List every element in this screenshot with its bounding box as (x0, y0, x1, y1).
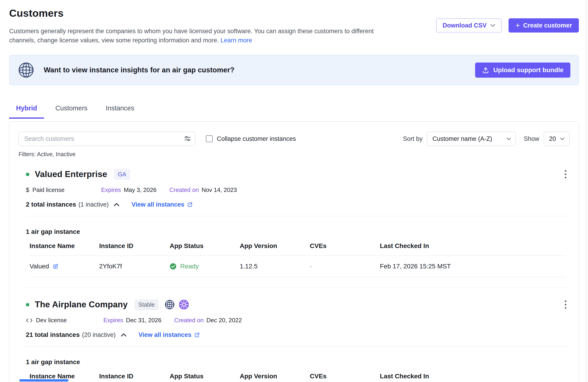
plus-icon: + (515, 21, 520, 29)
customer-header: Valued Enterprise GA (26, 169, 569, 180)
page-header-text: Customers Customers generally represent … (9, 7, 436, 45)
customer-name[interactable]: Valued Enterprise (35, 170, 107, 179)
license-row: $ Paid license Expires May 3, 2026 Creat… (26, 186, 569, 193)
last-checked-in-cell: Feb 17, 2026 15:25 MST (380, 263, 566, 270)
expires-label: Expires (101, 186, 121, 193)
airgap-globe-icon (164, 299, 175, 310)
customer-name[interactable]: The Airplane Company (35, 300, 128, 309)
search-wrapper (19, 132, 195, 146)
view-all-instances-link[interactable]: View all instances (131, 201, 193, 208)
show-label: Show (524, 135, 539, 143)
download-csv-button[interactable]: Download CSV (436, 18, 502, 33)
chevron-down-icon (560, 137, 565, 140)
col-app-version: App Version (240, 373, 310, 380)
col-app-status: App Status (170, 242, 240, 250)
upload-support-bundle-button[interactable]: Upload support bundle (475, 63, 570, 78)
inactive-instances-note: (20 inactive) (82, 331, 116, 339)
chevron-down-icon (490, 24, 495, 27)
col-last-checked-in: Last Checked In (380, 242, 566, 250)
created-on-label: Created on (169, 186, 199, 193)
instance-name: Valued (30, 263, 49, 270)
view-all-instances-link[interactable]: View all instances (139, 331, 200, 339)
col-app-version: App Version (240, 242, 310, 250)
col-instance-name: Instance Name (30, 373, 99, 380)
collapse-instances-control: Collapse customer instances (206, 135, 296, 143)
page-description-text: Customers generally represent the compan… (9, 28, 374, 44)
license-type: $ Paid license (26, 186, 64, 193)
tab-instances[interactable]: Instances (99, 105, 141, 119)
app-version-cell: 1.12.5 (240, 263, 310, 270)
chevron-down-icon (506, 137, 511, 140)
header-actions: Download CSV + Create customer (436, 18, 579, 33)
download-csv-label: Download CSV (442, 22, 486, 29)
instances-table: Instance Name Instance ID App Status App… (30, 373, 566, 382)
show-count-value: 20 (549, 135, 556, 143)
app-status-cell: Ready (170, 263, 240, 270)
collapse-chevron-up-icon[interactable] (120, 332, 127, 338)
license-type-label: Dev license (36, 317, 67, 324)
tab-bar: Hybrid Customers Instances (9, 105, 579, 119)
channel-badge: Stable (135, 299, 159, 310)
kebab-menu-button[interactable] (563, 299, 568, 310)
cves-cell: - (310, 263, 380, 270)
created-date: Nov 14, 2023 (202, 186, 237, 193)
collapse-instances-checkbox[interactable] (206, 135, 213, 142)
sort-by-select[interactable]: Customer name (A-Z) (427, 132, 516, 146)
instances-summary-row: 2 total instances (1 inactive) View all … (26, 201, 569, 208)
create-customer-label: Create customer (523, 22, 572, 29)
edit-instance-name-icon[interactable] (53, 263, 59, 269)
active-filters-line: Filters: Active, Inactive (19, 151, 569, 158)
license-type-label: Paid license (32, 186, 64, 193)
collapse-chevron-up-icon[interactable] (113, 202, 120, 208)
expires-date: May 3, 2026 (124, 186, 156, 193)
embedded-cluster-icon (179, 299, 189, 310)
vertical-scrollbar-track[interactable] (585, 0, 588, 382)
col-cves: CVEs (310, 373, 380, 380)
col-instance-name: Instance Name (30, 242, 99, 250)
view-all-instances-label: View all instances (139, 331, 191, 339)
total-instances: 2 total instances (26, 201, 76, 208)
instance-id-cell: 2YfoK7f (99, 263, 170, 270)
airgap-globe-icon (18, 62, 35, 79)
expires-group: Expires Dec 31, 2026 (103, 317, 161, 324)
dollar-icon: $ (26, 186, 29, 193)
created-on-label: Created on (174, 317, 204, 324)
filter-sliders-icon[interactable] (184, 135, 191, 142)
create-customer-button[interactable]: + Create customer (508, 18, 579, 33)
toolbar-right: Sort by Customer name (A-Z) Show 20 (403, 132, 569, 146)
tab-hybrid[interactable]: Hybrid (9, 105, 44, 119)
airgap-instances-heading: 1 air gap instance (26, 228, 569, 235)
expires-label: Expires (103, 317, 123, 324)
learn-more-link[interactable]: Learn more (220, 37, 252, 44)
table-row: Valued 2YfoK7f Ready (30, 256, 566, 277)
instances-table: Instance Name Instance ID App Status App… (30, 242, 566, 277)
show-count-select[interactable]: 20 (544, 132, 569, 146)
upload-icon (482, 66, 489, 74)
tab-customers[interactable]: Customers (48, 105, 94, 119)
customers-list-card: Collapse customer instances Sort by Cust… (9, 121, 579, 382)
page-header: Customers Customers generally represent … (9, 7, 579, 45)
kebab-menu-button[interactable] (563, 169, 568, 180)
expires-group: Expires May 3, 2026 (101, 186, 157, 193)
external-link-icon (194, 332, 200, 338)
airgap-instances-heading: 1 air gap instance (26, 359, 569, 366)
active-status-dot (26, 303, 29, 306)
horizontal-scrollbar-thumb[interactable] (19, 379, 68, 382)
table-header-row: Instance Name Instance ID App Status App… (30, 373, 566, 382)
customer-card-valued-enterprise: Valued Enterprise GA $ Paid license Expi… (26, 169, 569, 277)
instance-name-cell: Valued (30, 263, 99, 270)
search-input[interactable] (19, 132, 195, 146)
active-status-dot (26, 173, 29, 176)
col-cves: CVEs (310, 242, 380, 250)
col-app-status: App Status (170, 373, 240, 380)
total-instances: 21 total instances (26, 331, 80, 339)
col-last-checked-in: Last Checked In (380, 373, 566, 380)
customer-card-the-airplane-company: The Airplane Company Stable (26, 299, 569, 382)
section-divider (26, 346, 569, 346)
license-row: Dev license Expires Dec 31, 2026 Created… (26, 317, 569, 324)
inactive-instances-note: (1 inactive) (78, 201, 108, 208)
col-instance-id: Instance ID (99, 242, 170, 250)
customer-separator (21, 288, 569, 288)
external-link-icon (187, 202, 193, 208)
sort-by-label: Sort by (403, 135, 423, 143)
